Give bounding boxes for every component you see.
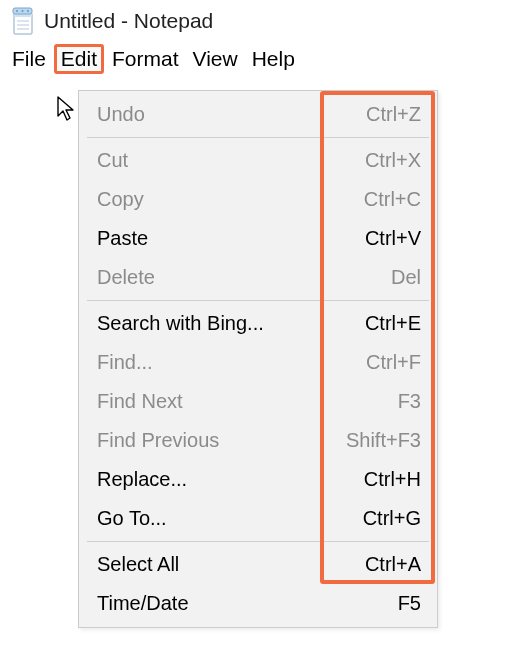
window-title: Untitled - Notepad [44, 9, 213, 33]
menu-item-shortcut: Ctrl+V [326, 225, 421, 252]
menu-item-shortcut: Ctrl+X [326, 147, 421, 174]
menu-item-label: Find Previous [97, 427, 326, 454]
menu-format[interactable]: Format [106, 46, 185, 72]
menu-view[interactable]: View [187, 46, 244, 72]
menu-item-go-to[interactable]: Go To... Ctrl+G [79, 499, 437, 538]
menu-separator [87, 137, 429, 138]
menu-item-shortcut: Ctrl+E [326, 310, 421, 337]
menu-item-shortcut: Ctrl+A [326, 551, 421, 578]
menu-file[interactable]: File [6, 46, 52, 72]
svg-point-7 [22, 10, 24, 12]
menu-item-find[interactable]: Find... Ctrl+F [79, 343, 437, 382]
menu-item-shortcut: F5 [326, 590, 421, 617]
menu-item-label: Find... [97, 349, 326, 376]
menu-item-shortcut: Ctrl+C [326, 186, 421, 213]
menu-item-label: Find Next [97, 388, 326, 415]
menu-item-label: Copy [97, 186, 326, 213]
menu-item-shortcut: Ctrl+G [326, 505, 421, 532]
menu-item-shortcut: Del [326, 264, 421, 291]
menu-item-shortcut: Ctrl+H [326, 466, 421, 493]
menu-item-label: Delete [97, 264, 326, 291]
menu-item-label: Paste [97, 225, 326, 252]
menu-separator [87, 541, 429, 542]
menu-item-shortcut: Ctrl+Z [326, 101, 421, 128]
menu-item-undo[interactable]: Undo Ctrl+Z [79, 95, 437, 134]
menu-edit[interactable]: Edit [54, 44, 104, 74]
menu-item-label: Replace... [97, 466, 326, 493]
menu-item-paste[interactable]: Paste Ctrl+V [79, 219, 437, 258]
menu-item-cut[interactable]: Cut Ctrl+X [79, 141, 437, 180]
menu-item-label: Search with Bing... [97, 310, 326, 337]
title-bar: Untitled - Notepad [0, 0, 514, 40]
menu-help[interactable]: Help [246, 46, 301, 72]
menu-item-label: Cut [97, 147, 326, 174]
menu-item-find-previous[interactable]: Find Previous Shift+F3 [79, 421, 437, 460]
menu-item-replace[interactable]: Replace... Ctrl+H [79, 460, 437, 499]
edit-dropdown: Undo Ctrl+Z Cut Ctrl+X Copy Ctrl+C Paste… [78, 90, 438, 628]
menu-item-label: Go To... [97, 505, 326, 532]
menu-item-select-all[interactable]: Select All Ctrl+A [79, 545, 437, 584]
menu-item-delete[interactable]: Delete Del [79, 258, 437, 297]
notepad-icon [8, 6, 36, 36]
menu-separator [87, 300, 429, 301]
menu-item-shortcut: Ctrl+F [326, 349, 421, 376]
menu-item-copy[interactable]: Copy Ctrl+C [79, 180, 437, 219]
menu-item-shortcut: Shift+F3 [326, 427, 421, 454]
menu-item-time-date[interactable]: Time/Date F5 [79, 584, 437, 623]
cursor-icon [55, 95, 77, 123]
menubar: File Edit Format View Help [0, 40, 514, 80]
menu-item-search-bing[interactable]: Search with Bing... Ctrl+E [79, 304, 437, 343]
menu-item-label: Select All [97, 551, 326, 578]
svg-point-8 [27, 10, 29, 12]
menu-item-label: Undo [97, 101, 326, 128]
menu-item-find-next[interactable]: Find Next F3 [79, 382, 437, 421]
menu-item-label: Time/Date [97, 590, 326, 617]
menu-item-shortcut: F3 [326, 388, 421, 415]
svg-point-6 [16, 10, 18, 12]
